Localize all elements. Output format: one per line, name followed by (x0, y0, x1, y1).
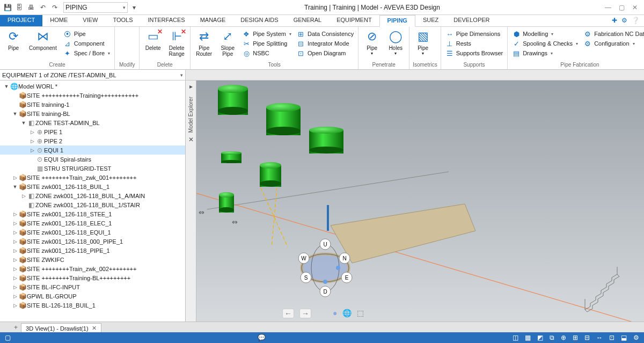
print-icon[interactable]: 🖶 (26, 2, 36, 13)
add-view-tab-button[interactable]: + (11, 323, 21, 332)
create-pipe-item[interactable]: ⦿Pipe (62, 29, 111, 39)
tree-twist-icon[interactable]: ▷ (29, 148, 35, 153)
tab-manage[interactable]: MANAGE (193, 15, 233, 26)
holes-button[interactable]: ◯Holes▾ (385, 28, 406, 56)
tree-node[interactable]: ▷📦GPWL BL-GROUP (0, 291, 185, 301)
pipe-button[interactable]: ⟳ Pipe (3, 28, 24, 51)
tree-twist-icon[interactable]: ▷ (12, 266, 18, 272)
tree-node[interactable]: ▼◧ZONE TEST-ADMIN_BL (0, 118, 185, 127)
cylinder-geometry[interactable] (309, 127, 343, 154)
tree-twist-icon[interactable]: ▷ (12, 257, 18, 262)
nav-globe-icon[interactable]: 🌐 (342, 309, 352, 318)
view-tab-active[interactable]: 3D View(1) - Drawlist(1) ✕ (21, 323, 101, 332)
tree-node[interactable]: ▷📦SITE BL-IFC-INPUT (0, 282, 185, 291)
rests-item[interactable]: ⊥Rests (444, 39, 504, 48)
tab-view[interactable]: VIEW (75, 15, 105, 26)
close-button[interactable]: ✕ (632, 4, 638, 11)
nav-forward-button[interactable]: → (299, 309, 311, 318)
tree-node[interactable]: ⊙EQUI Spiral-stairs (0, 155, 185, 164)
component-button[interactable]: ⋈ Component (27, 28, 59, 51)
tree-node[interactable]: ▼🌐Model WORL * (0, 82, 185, 91)
tab-project[interactable]: PROJECT (0, 15, 42, 26)
undo-icon[interactable]: ↶ (38, 2, 48, 13)
delete-button[interactable]: ▭ Delete (143, 28, 163, 51)
tree-twist-icon[interactable]: ▷ (12, 294, 18, 299)
status-tool-1[interactable]: ◫ (511, 334, 520, 341)
fab-nc-item[interactable]: ⚙Fabrication NC Data (582, 29, 644, 39)
configuration-item[interactable]: ⚙Configuration▾ (582, 39, 644, 48)
data-consistency-item[interactable]: ⊞Data Consistency (296, 29, 355, 39)
tree-twist-icon[interactable]: ▼ (12, 184, 18, 189)
tree-node[interactable]: 📦SITE +++++++++++Training+++++++++++ (0, 91, 185, 100)
tab-suez[interactable]: SUEZ (415, 15, 446, 26)
tree-node[interactable]: ▼📦SITE training-BL (0, 109, 185, 118)
tab-general[interactable]: GENERAL (286, 15, 330, 26)
nsbc-item[interactable]: ◎NSBC (241, 48, 292, 58)
explorer-close-icon[interactable]: ✕ (188, 136, 194, 143)
modelling-item[interactable]: ⬢Modelling▾ (511, 29, 579, 39)
cylinder-geometry[interactable] (219, 192, 234, 213)
tree-node[interactable]: ▷📦SITE zwk001_126-118_000_PIPE_1 (0, 237, 185, 246)
tree-twist-icon[interactable]: ▷ (12, 284, 18, 290)
view-cube[interactable]: U D N S E W (293, 235, 357, 299)
tab-interfaces[interactable]: INTERFACES (141, 15, 193, 26)
status-flag-icon[interactable]: ▢ (3, 334, 12, 341)
integrator-item[interactable]: ⊟Integrator Mode (296, 39, 355, 48)
cylinder-geometry[interactable] (218, 85, 248, 115)
tree-twist-icon[interactable]: ▷ (12, 175, 18, 180)
tree-node[interactable]: ▷📦SITE zwk001_126-118_EQUI_1 (0, 228, 185, 237)
tree-node[interactable]: ▷⊕PIPE 1 (0, 127, 185, 136)
qat-dropdown-icon[interactable]: ▾ (129, 2, 140, 13)
close-tab-icon[interactable]: ✕ (92, 325, 97, 332)
tree-node[interactable]: ◧ZONE zwk001_126-118_BUIL_1/STAIR (0, 200, 185, 209)
tree-node[interactable]: ▷📦SITE ++++++++Training-BL+++++++++ (0, 273, 185, 282)
status-tool-2[interactable]: ▦ (523, 334, 532, 341)
tree-twist-icon[interactable]: ▷ (29, 129, 35, 135)
3d-viewport[interactable]: ⇔ ⇔ U D N S E W ← → ● 🌐 ⬚ (196, 81, 644, 322)
open-diagram-item[interactable]: ⊡Open Diagram (296, 48, 355, 58)
status-tool-5[interactable]: ⊕ (559, 334, 568, 341)
cylinder-geometry[interactable] (260, 162, 281, 187)
status-tool-10[interactable]: ⬓ (619, 334, 628, 341)
tree-node[interactable]: ▷📦SITE ++++++++Train_zwk_001++++++++ (0, 173, 185, 182)
pipe-system-item[interactable]: ❖Pipe System▾ (241, 29, 292, 39)
help-info-icon[interactable]: ❔ (632, 17, 640, 25)
tree-twist-icon[interactable]: ▷ (12, 211, 18, 217)
spooling-item[interactable]: ✓Spooling & Checks▾ (511, 39, 579, 48)
status-tool-8[interactable]: ↔ (595, 334, 604, 341)
status-tool-6[interactable]: ⊞ (571, 334, 580, 341)
tab-developer[interactable]: DEVELOPER (446, 15, 497, 26)
tree-node[interactable]: ▷📦SITE ++++++++Train_zwk_002++++++++ (0, 264, 185, 273)
redo-icon[interactable]: ↷ (49, 2, 60, 13)
save-icon[interactable]: 💾 (2, 2, 13, 13)
tab-tools[interactable]: TOOLS (105, 15, 140, 26)
pipe-dimensions-item[interactable]: ↔Pipe Dimensions (444, 29, 504, 39)
pipe-splitting-item[interactable]: ✂Pipe Splitting (241, 39, 292, 48)
nav-cube-icon[interactable]: ⬚ (357, 309, 364, 318)
penetrate-pipe-button[interactable]: ⊘Pipe▾ (362, 28, 382, 56)
tab-piping[interactable]: PIPING (379, 15, 415, 27)
cylinder-geometry[interactable] (221, 151, 241, 163)
nav-dot-icon[interactable]: ● (333, 309, 337, 318)
tree-twist-icon[interactable]: ▷ (20, 193, 27, 199)
status-tool-7[interactable]: ⊟ (583, 334, 591, 341)
tree-node[interactable]: ▷📦SITE zwk001_126-118_STEE_1 (0, 209, 185, 218)
status-gear-icon[interactable]: ⚙ (632, 334, 641, 341)
explorer-pin-icon[interactable]: ▸ (189, 83, 193, 90)
tree-node[interactable]: ▷📦SITE zwk001_126-118_PIPE_1 (0, 246, 185, 255)
help-plus-icon[interactable]: ✚ (612, 17, 617, 25)
tree-twist-icon[interactable]: ▷ (12, 303, 18, 308)
maximize-button[interactable]: ▢ (619, 4, 625, 11)
status-tool-3[interactable]: ◩ (536, 334, 545, 341)
tree-twist-icon[interactable]: ▷ (12, 221, 18, 226)
tree-twist-icon[interactable]: ▷ (12, 248, 18, 253)
cylinder-geometry[interactable] (266, 103, 301, 135)
tree-twist-icon[interactable]: ▼ (20, 120, 27, 126)
tree-twist-icon[interactable]: ▷ (29, 138, 35, 144)
tree-twist-icon[interactable]: ▼ (3, 84, 10, 89)
pipe-router-button[interactable]: ⇄Pipe Router (194, 28, 214, 57)
save-all-icon[interactable]: 🗄 (14, 2, 25, 13)
tree-twist-icon[interactable]: ▷ (12, 230, 18, 235)
nav-back-button[interactable]: ← (282, 309, 294, 318)
status-message-icon[interactable]: 💬 (256, 334, 267, 341)
